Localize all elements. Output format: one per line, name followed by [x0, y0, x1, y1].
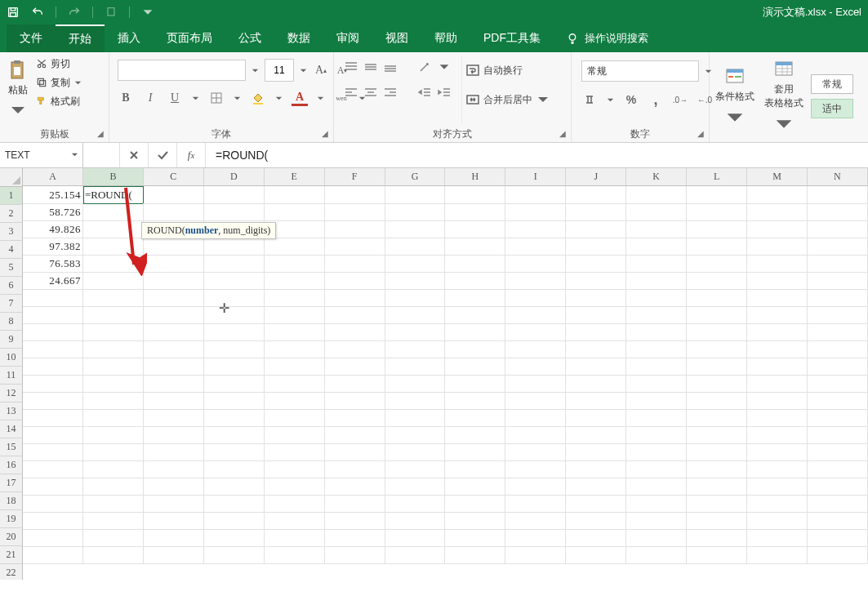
cell[interactable]	[747, 392, 808, 410]
cell[interactable]	[566, 478, 626, 496]
font-name-combo[interactable]	[118, 60, 246, 81]
tab-data[interactable]: 数据	[274, 24, 323, 52]
cell[interactable]	[385, 375, 446, 393]
cell[interactable]	[808, 460, 868, 478]
cell[interactable]	[325, 186, 385, 204]
column-header[interactable]: A	[23, 168, 83, 186]
chevron-down-icon[interactable]	[274, 94, 283, 103]
cell[interactable]: 49.826	[23, 220, 83, 238]
cell[interactable]	[808, 358, 868, 376]
cell[interactable]	[325, 512, 385, 530]
cell[interactable]	[265, 340, 325, 358]
merge-center-button[interactable]: 合并后居中	[465, 90, 550, 109]
cell[interactable]	[325, 529, 385, 547]
cell[interactable]	[505, 409, 566, 427]
decrease-indent-icon[interactable]	[417, 86, 432, 101]
cell[interactable]	[23, 306, 83, 324]
cell[interactable]	[23, 392, 83, 410]
row-header[interactable]: 19	[0, 510, 23, 528]
cell[interactable]	[505, 478, 566, 496]
cell[interactable]	[204, 306, 265, 324]
cell-style-good[interactable]: 适中	[811, 99, 853, 118]
cell[interactable]	[265, 272, 325, 290]
cell[interactable]	[808, 220, 868, 238]
cell[interactable]	[265, 186, 325, 204]
cell[interactable]	[626, 392, 687, 410]
cell[interactable]	[566, 323, 626, 341]
cell[interactable]	[23, 529, 83, 547]
cell[interactable]	[385, 289, 446, 307]
cell[interactable]	[325, 478, 385, 496]
cell[interactable]	[626, 255, 687, 273]
cell[interactable]	[144, 306, 204, 324]
cell[interactable]	[83, 306, 144, 324]
cell[interactable]	[566, 512, 626, 530]
cell[interactable]	[626, 238, 687, 256]
cell[interactable]	[204, 272, 265, 290]
cell[interactable]	[325, 306, 385, 324]
column-header[interactable]: G	[385, 168, 446, 186]
cell[interactable]	[83, 426, 144, 444]
row-header[interactable]: 7	[0, 295, 23, 313]
cell[interactable]	[747, 358, 808, 376]
cell[interactable]	[265, 289, 325, 307]
column-header[interactable]: D	[204, 168, 265, 186]
cell[interactable]: 24.667	[23, 272, 83, 290]
cell[interactable]	[23, 478, 83, 496]
cell[interactable]	[325, 323, 385, 341]
cell[interactable]	[445, 546, 505, 564]
cell[interactable]	[325, 460, 385, 478]
worksheet-grid[interactable]: 12345678910111213141516171819202122 ABCD…	[0, 168, 868, 580]
cell[interactable]	[747, 495, 808, 513]
cell[interactable]	[505, 306, 566, 324]
cell[interactable]	[144, 272, 204, 290]
cancel-formula-icon[interactable]	[120, 143, 149, 167]
cell[interactable]	[445, 426, 505, 444]
cell[interactable]	[445, 289, 505, 307]
cell[interactable]	[83, 375, 144, 393]
cell[interactable]	[83, 238, 144, 256]
cell[interactable]	[325, 375, 385, 393]
cell[interactable]	[687, 306, 747, 324]
cell[interactable]	[83, 220, 144, 238]
cell[interactable]	[204, 426, 265, 444]
cell[interactable]	[265, 203, 325, 221]
chevron-down-icon[interactable]	[299, 66, 308, 75]
cell[interactable]	[83, 495, 144, 513]
number-launcher-icon[interactable]: ◢	[695, 128, 706, 139]
save-icon[interactable]	[7, 6, 20, 19]
cell[interactable]	[204, 340, 265, 358]
cell[interactable]	[265, 426, 325, 444]
cell[interactable]	[687, 409, 747, 427]
cell[interactable]	[626, 289, 687, 307]
align-right-icon[interactable]	[383, 86, 398, 101]
cell[interactable]	[83, 289, 144, 307]
cell[interactable]	[747, 426, 808, 444]
cell[interactable]	[204, 186, 265, 204]
qat-more-icon[interactable]	[105, 6, 118, 19]
column-header[interactable]: E	[265, 168, 325, 186]
cell[interactable]	[385, 186, 446, 204]
font-size-combo[interactable]	[265, 59, 294, 82]
cell[interactable]	[325, 546, 385, 564]
tab-home[interactable]: 开始	[56, 24, 105, 52]
cell[interactable]	[505, 546, 566, 564]
copy-button[interactable]: 复制	[36, 74, 82, 91]
cell[interactable]	[687, 255, 747, 273]
cell[interactable]	[505, 238, 566, 256]
cell[interactable]	[265, 478, 325, 496]
row-header[interactable]: 9	[0, 331, 23, 349]
cell[interactable]	[566, 340, 626, 358]
cell[interactable]	[445, 255, 505, 273]
cell[interactable]	[83, 409, 144, 427]
cell[interactable]	[23, 409, 83, 427]
font-launcher-icon[interactable]: ◢	[319, 128, 330, 139]
cell[interactable]	[747, 529, 808, 547]
cell[interactable]	[144, 238, 204, 256]
cell[interactable]	[265, 460, 325, 478]
cell[interactable]	[566, 443, 626, 461]
cell[interactable]	[505, 289, 566, 307]
cell[interactable]	[144, 478, 204, 496]
row-header[interactable]: 16	[0, 456, 23, 474]
cell[interactable]	[505, 358, 566, 376]
